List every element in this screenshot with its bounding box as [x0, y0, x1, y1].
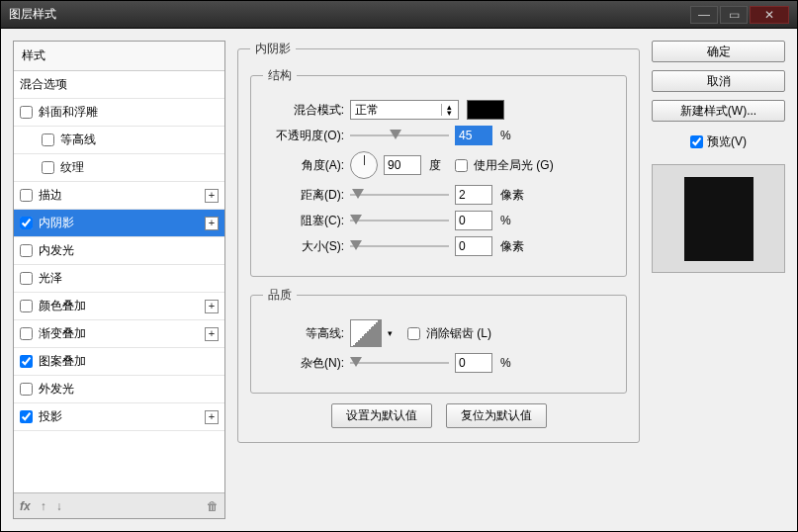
- noise-label: 杂色(N):: [263, 355, 344, 372]
- close-button[interactable]: ✕: [750, 6, 789, 24]
- structure-group: 结构 混合模式: 正常 ▴▾ 不透明度(O): 45 %: [250, 67, 627, 277]
- cancel-button[interactable]: 取消: [652, 70, 785, 92]
- style-item-label: 图案叠加: [39, 353, 219, 370]
- add-icon[interactable]: +: [205, 189, 219, 203]
- style-checkbox[interactable]: [20, 383, 33, 396]
- antialias-checkbox[interactable]: [407, 327, 420, 340]
- choke-slider[interactable]: [350, 213, 449, 228]
- style-checkbox[interactable]: [20, 189, 33, 202]
- style-item[interactable]: 等高线: [14, 127, 224, 154]
- choke-label: 阻塞(C):: [263, 213, 344, 229]
- preview-box: [652, 164, 785, 273]
- style-checkbox[interactable]: [42, 133, 54, 146]
- style-item-label: 外发光: [39, 381, 219, 398]
- style-item-label: 内阴影: [39, 215, 205, 231]
- style-item[interactable]: 描边+: [14, 182, 224, 210]
- add-icon[interactable]: +: [205, 327, 219, 341]
- size-input[interactable]: 0: [455, 236, 492, 256]
- reset-default-button[interactable]: 复位为默认值: [446, 403, 547, 428]
- angle-dial[interactable]: [350, 151, 378, 179]
- inner-shadow-panel: 内阴影 结构 混合模式: 正常 ▴▾ 不透明度(O): 45: [237, 41, 640, 443]
- style-item-label: 纹理: [60, 159, 219, 176]
- style-checkbox[interactable]: [20, 327, 33, 340]
- style-item[interactable]: 纹理: [14, 154, 224, 182]
- style-item[interactable]: 斜面和浮雕: [14, 99, 224, 127]
- window-title: 图层样式: [9, 6, 690, 23]
- style-item[interactable]: 颜色叠加+: [14, 293, 224, 320]
- style-checkbox[interactable]: [20, 106, 33, 119]
- panel-title: 内阴影: [250, 41, 296, 57]
- style-item-label: 内发光: [39, 242, 219, 259]
- style-item-label: 渐变叠加: [39, 325, 205, 342]
- layer-style-dialog: 图层样式 — ▭ ✕ 样式 混合选项 斜面和浮雕等高线纹理描边+内阴影+内发光光…: [0, 0, 798, 532]
- style-item-label: 颜色叠加: [39, 298, 205, 314]
- titlebar[interactable]: 图层样式 — ▭ ✕: [1, 1, 797, 29]
- size-label: 大小(S):: [263, 238, 344, 255]
- preview-checkbox[interactable]: [690, 135, 703, 148]
- new-style-button[interactable]: 新建样式(W)...: [652, 100, 785, 122]
- contour-picker[interactable]: ▾: [350, 319, 382, 347]
- set-default-button[interactable]: 设置为默认值: [331, 403, 432, 428]
- chevron-down-icon: ▾: [388, 328, 393, 338]
- noise-slider[interactable]: [350, 355, 449, 371]
- distance-input[interactable]: 2: [455, 185, 492, 205]
- angle-input[interactable]: 90: [384, 155, 421, 175]
- distance-slider[interactable]: [350, 187, 449, 203]
- style-checkbox[interactable]: [20, 272, 33, 285]
- style-checkbox[interactable]: [20, 410, 33, 423]
- ok-button[interactable]: 确定: [652, 41, 785, 62]
- quality-group: 品质 等高线: ▾ 消除锯齿 (L) 杂色(N): 0 %: [250, 287, 627, 394]
- preview-label: 预览(V): [707, 133, 747, 150]
- blend-mode-select[interactable]: 正常 ▴▾: [350, 100, 459, 120]
- style-checkbox[interactable]: [20, 244, 33, 257]
- opacity-input[interactable]: 45: [455, 126, 492, 145]
- style-item[interactable]: 渐变叠加+: [14, 320, 224, 348]
- style-checkbox[interactable]: [20, 300, 33, 312]
- add-icon[interactable]: +: [205, 217, 219, 230]
- noise-input[interactable]: 0: [455, 353, 492, 373]
- size-slider[interactable]: [350, 238, 449, 254]
- antialias-label: 消除锯齿 (L): [426, 325, 491, 342]
- blending-options[interactable]: 混合选项: [14, 71, 224, 99]
- style-item[interactable]: 光泽: [14, 265, 224, 293]
- settings-panel: 内阴影 结构 混合模式: 正常 ▴▾ 不透明度(O): 45: [237, 41, 640, 519]
- style-item-label: 描边: [39, 187, 205, 204]
- move-up-icon[interactable]: ↑: [41, 499, 46, 513]
- contour-label: 等高线:: [263, 325, 344, 342]
- style-item[interactable]: 内发光: [14, 237, 224, 265]
- style-checkbox[interactable]: [20, 217, 33, 229]
- style-item[interactable]: 内阴影+: [14, 210, 224, 237]
- style-item-label: 等高线: [60, 132, 219, 148]
- angle-label: 角度(A):: [263, 157, 344, 174]
- right-panel: 确定 取消 新建样式(W)... 预览(V): [652, 41, 785, 519]
- opacity-slider[interactable]: [350, 128, 449, 143]
- global-light-label: 使用全局光 (G): [474, 157, 554, 174]
- blend-mode-label: 混合模式:: [263, 102, 344, 119]
- fx-icon[interactable]: fx: [20, 499, 31, 513]
- style-item-label: 光泽: [39, 270, 219, 287]
- add-icon[interactable]: +: [205, 300, 219, 313]
- global-light-checkbox[interactable]: [455, 159, 468, 172]
- style-item[interactable]: 投影+: [14, 403, 224, 431]
- style-item[interactable]: 图案叠加: [14, 348, 224, 376]
- styles-header[interactable]: 样式: [14, 42, 224, 71]
- style-item[interactable]: 外发光: [14, 376, 224, 403]
- styles-list: 样式 混合选项 斜面和浮雕等高线纹理描边+内阴影+内发光光泽颜色叠加+渐变叠加+…: [13, 41, 225, 519]
- choke-input[interactable]: 0: [455, 211, 492, 230]
- maximize-button[interactable]: ▭: [720, 6, 748, 24]
- style-item-label: 斜面和浮雕: [39, 104, 219, 121]
- preview-swatch: [684, 177, 754, 261]
- styles-footer: fx ↑ ↓ 🗑: [14, 492, 224, 518]
- style-checkbox[interactable]: [20, 355, 33, 368]
- add-icon[interactable]: +: [205, 410, 219, 424]
- minimize-button[interactable]: —: [690, 6, 718, 24]
- chevron-down-icon: ▴▾: [447, 104, 452, 116]
- trash-icon[interactable]: 🗑: [207, 499, 219, 513]
- distance-label: 距离(D):: [263, 187, 344, 204]
- style-item-label: 投影: [39, 408, 205, 425]
- opacity-label: 不透明度(O):: [263, 128, 344, 144]
- move-down-icon[interactable]: ↓: [56, 499, 62, 513]
- style-checkbox[interactable]: [42, 161, 54, 174]
- color-swatch[interactable]: [467, 100, 504, 120]
